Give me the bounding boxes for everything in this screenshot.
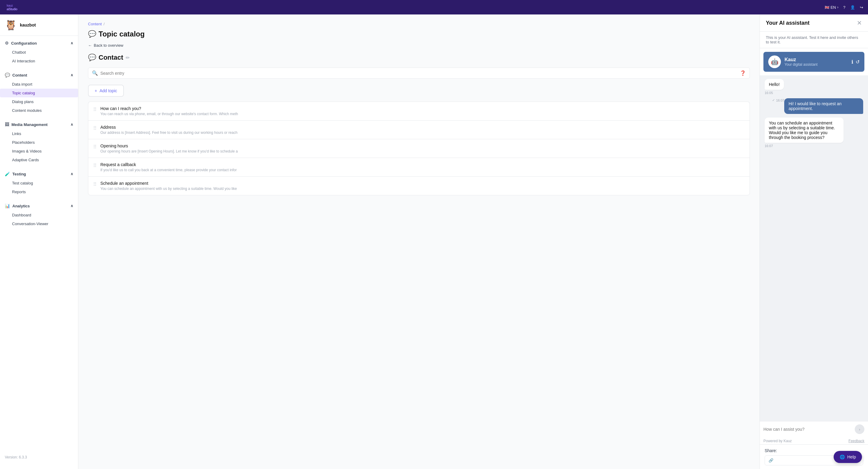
sidebar: 🦉 kauzbot ⚙ Configuration ∧ Chatbot AI I… [0, 14, 79, 469]
chat-message-3: You can schedule an appointment with us … [765, 118, 863, 148]
chat-icon: 💬 [5, 73, 10, 77]
logo-line2: aiStudio [7, 7, 17, 11]
sidebar-item-placeholders[interactable]: Placeholders [0, 138, 78, 147]
topic-content: Request a callback If you'd like us to c… [100, 162, 745, 172]
topic-desc: You can schedule an appointment with us … [100, 187, 275, 191]
section-analytics-header[interactable]: 📊 Analytics ∧ [0, 201, 78, 211]
feedback-link[interactable]: Feedback [848, 439, 864, 443]
sidebar-item-ai-interaction[interactable]: AI Interaction [0, 57, 78, 65]
sidebar-item-topic-catalog[interactable]: Topic catalog [0, 89, 78, 97]
drag-handle-icon[interactable]: ⠿ [93, 163, 97, 168]
logout-icon[interactable]: ↪ [860, 5, 863, 10]
chevron-down-icon: › [837, 5, 838, 9]
drag-handle-icon[interactable]: ⠿ [93, 182, 97, 187]
page-title-text: Topic catalog [98, 30, 145, 38]
search-bar: 🔍 ❓ [88, 67, 750, 79]
ai-bot-info: Kauz Your digital assistant [784, 57, 818, 67]
gear-icon: ⚙ [5, 41, 9, 45]
topic-desc: If you'd like us to call you back at a c… [100, 168, 275, 172]
topic-name: How can I reach you? [100, 106, 745, 111]
drag-handle-icon[interactable]: ⠿ [93, 125, 97, 131]
section-title-row: 💬 Contact ✏ [88, 54, 750, 61]
sidebar-item-chatbot[interactable]: Chatbot [0, 48, 78, 57]
topic-item[interactable]: ⠿ Request a callback If you'd like us to… [88, 158, 750, 176]
drag-handle-icon[interactable]: ⠿ [93, 107, 97, 113]
ai-panel-header: Your AI assistant ✕ [760, 14, 868, 32]
ai-panel-title: Your AI assistant [766, 20, 809, 26]
sidebar-item-data-import[interactable]: Data import [0, 80, 78, 89]
back-link-label: Back to overview [94, 43, 123, 48]
help-icon[interactable]: ? [843, 5, 845, 10]
sidebar-item-images-videos[interactable]: Images & Videos [0, 147, 78, 156]
section-title: 💬 Contact [88, 54, 123, 61]
powered-by-label: Powered by Kauz [764, 439, 792, 443]
ai-bot-sub: Your digital assistant [784, 62, 818, 67]
bot-name: kauzbot [20, 23, 36, 27]
section-analytics-label: Analytics [12, 204, 30, 208]
chevron-icon: ∧ [70, 41, 73, 45]
chevron-icon: ∧ [70, 73, 73, 77]
chevron-icon: ∧ [70, 172, 73, 176]
topic-item[interactable]: ⠿ Opening hours Our opening hours are [I… [88, 139, 750, 158]
ai-input-row: › [760, 421, 868, 437]
help-fab[interactable]: 🌐 Help [834, 451, 862, 463]
ai-send-button[interactable]: › [855, 425, 864, 434]
section-testing-label: Testing [12, 172, 26, 176]
edit-icon[interactable]: ✏ [126, 55, 130, 61]
section-content-header[interactable]: 💬 Content ∧ [0, 70, 78, 80]
ai-bot-name: Kauz [784, 57, 818, 62]
topic-name: Address [100, 125, 745, 130]
ai-chat-input[interactable] [764, 427, 852, 432]
add-topic-label: Add topic [99, 88, 117, 93]
section-configuration-left: ⚙ Configuration [5, 41, 37, 45]
bot-avatar: 🦉 [5, 19, 17, 31]
main-content: Content / 💬 Topic catalog ← Back to over… [79, 14, 760, 469]
search-icon: 🔍 [92, 70, 98, 76]
topic-content: Address Our address is [Insert Address].… [100, 125, 745, 135]
section-configuration-header[interactable]: ⚙ Configuration ∧ [0, 38, 78, 48]
topic-desc: Our address is [Insert Address]. Feel fr… [100, 130, 275, 135]
info-icon[interactable]: ℹ [851, 59, 853, 65]
breadcrumb-content[interactable]: Content [88, 22, 102, 26]
section-media-header[interactable]: 🖼 Media Management ∧ [0, 120, 78, 129]
topbar-logo: kauz aiStudio [5, 3, 19, 12]
section-analytics-left: 📊 Analytics [5, 204, 30, 208]
page-title-row: 💬 Topic catalog [88, 30, 750, 38]
sidebar-item-content-modules[interactable]: Content modules [0, 106, 78, 115]
section-analytics: 📊 Analytics ∧ Dashboard Conversation-Vie… [0, 199, 78, 230]
topic-item[interactable]: ⠿ Address Our address is [Insert Address… [88, 120, 750, 139]
chat-message-2: Hi! I would like to request an appointme… [765, 98, 863, 114]
topic-name: Request a callback [100, 162, 745, 167]
time-value: 16:07 [776, 99, 784, 102]
sidebar-bot: 🦉 kauzbot [0, 14, 78, 36]
topic-desc: Our opening hours are [Insert Opening Ho… [100, 149, 275, 153]
section-media-left: 🖼 Media Management [5, 122, 48, 127]
test-icon: 🧪 [5, 171, 10, 176]
topic-item[interactable]: ⠿ Schedule an appointment You can schedu… [88, 176, 750, 195]
search-help-icon[interactable]: ❓ [740, 70, 746, 76]
sidebar-item-reports[interactable]: Reports [0, 187, 78, 196]
ai-close-button[interactable]: ✕ [857, 19, 862, 27]
sidebar-item-links[interactable]: Links [0, 129, 78, 138]
sidebar-item-test-catalog[interactable]: Test catalog [0, 179, 78, 187]
add-topic-button[interactable]: + Add topic [88, 85, 124, 97]
refresh-icon[interactable]: ↺ [856, 59, 860, 65]
chat-time: 16:07 [765, 144, 863, 148]
chat-bubble: Hello! [765, 79, 784, 90]
search-input[interactable] [100, 71, 738, 76]
sidebar-item-dialog-plans[interactable]: Dialog plans [0, 97, 78, 106]
section-configuration: ⚙ Configuration ∧ Chatbot AI Interaction [0, 36, 78, 68]
topic-item[interactable]: ⠿ How can I reach you? You can reach us … [88, 101, 750, 120]
lang-selector[interactable]: 🇬🇧 EN › [825, 5, 838, 10]
sidebar-item-conversation-viewer[interactable]: Conversation-Viewer [0, 219, 78, 228]
back-arrow-icon: ← [88, 43, 92, 48]
drag-handle-icon[interactable]: ⠿ [93, 144, 97, 150]
section-title-text: Contact [98, 54, 123, 61]
section-configuration-label: Configuration [11, 41, 37, 45]
globe-icon: 🌐 [840, 455, 845, 459]
account-icon[interactable]: 👤 [850, 5, 855, 10]
back-link[interactable]: ← Back to overview [88, 43, 750, 48]
section-testing-header[interactable]: 🧪 Testing ∧ [0, 169, 78, 179]
sidebar-item-dashboard[interactable]: Dashboard [0, 211, 78, 219]
sidebar-item-adaptive-cards[interactable]: Adaptive Cards [0, 156, 78, 164]
